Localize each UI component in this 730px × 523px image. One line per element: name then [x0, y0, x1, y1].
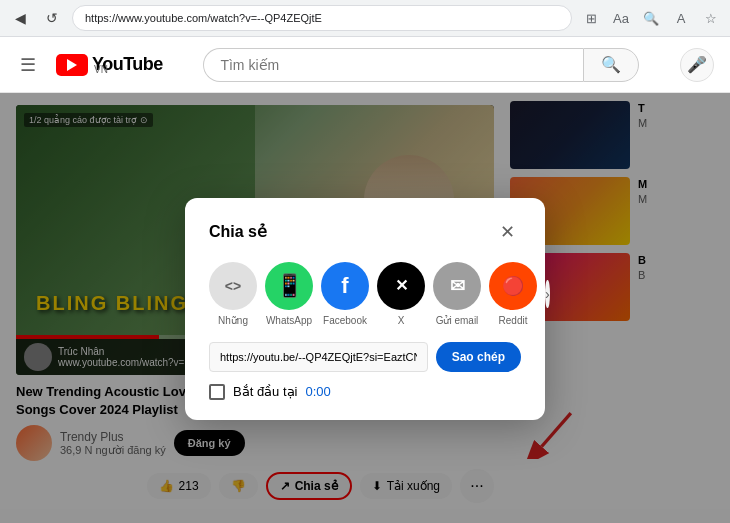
browser-icons: ⊞ Aa 🔍 A ☆: [580, 7, 722, 29]
others-label: Những: [218, 315, 248, 326]
share-whatsapp-button[interactable]: 📱 WhatsApp: [265, 262, 313, 326]
share-link-input[interactable]: [209, 342, 428, 372]
browser-reload-button[interactable]: ↺: [40, 6, 64, 30]
zoom-button[interactable]: 🔍: [640, 7, 662, 29]
aa-button[interactable]: Aa: [610, 7, 632, 29]
email-icon: ✉: [433, 262, 481, 310]
start-at-row: Bắt đầu tại 0:00: [209, 384, 521, 400]
share-icons-row: <> Những 📱 WhatsApp f Facebook ✕ X ✉: [209, 262, 521, 326]
main-content: BLING BLING Trúc Nhân www.youtube.com/wa…: [0, 93, 730, 523]
whatsapp-label: WhatsApp: [266, 315, 312, 326]
start-at-label: Bắt đầu tại: [233, 384, 297, 399]
search-button[interactable]: 🔍: [583, 48, 639, 82]
facebook-label: Facebook: [323, 315, 367, 326]
others-icon: <>: [209, 262, 257, 310]
share-modal: Chia sẻ ✕ <> Những 📱 WhatsApp f Facebook…: [185, 198, 545, 420]
share-modal-overlay[interactable]: Chia sẻ ✕ <> Những 📱 WhatsApp f Facebook…: [0, 93, 730, 523]
hamburger-menu-button[interactable]: ☰: [16, 50, 40, 80]
address-bar[interactable]: https://www.youtube.com/watch?v=--QP4ZEQ…: [72, 5, 572, 31]
facebook-icon: f: [321, 262, 369, 310]
modal-title: Chia sẻ: [209, 222, 267, 241]
url-text: https://www.youtube.com/watch?v=--QP4ZEQ…: [85, 12, 322, 24]
email-label: Gửi email: [436, 315, 479, 326]
share-reddit-button[interactable]: 🔴 Reddit: [489, 262, 537, 326]
youtube-logo-icon: [56, 54, 88, 76]
share-x-button[interactable]: ✕ X: [377, 262, 425, 326]
reddit-label: Reddit: [499, 315, 528, 326]
youtube-header: ☰ YouTube VN 🔍 🎤: [0, 37, 730, 93]
copy-link-button[interactable]: Sao chép: [436, 342, 521, 372]
search-input[interactable]: [203, 48, 583, 82]
share-facebook-button[interactable]: f Facebook: [321, 262, 369, 326]
start-time[interactable]: 0:00: [305, 384, 330, 399]
share-others-button[interactable]: <> Những: [209, 262, 257, 326]
font-button[interactable]: A: [670, 7, 692, 29]
x-icon: ✕: [377, 262, 425, 310]
youtube-logo-region: VN: [94, 65, 163, 75]
bookmark-button[interactable]: ☆: [700, 7, 722, 29]
start-at-checkbox[interactable]: [209, 384, 225, 400]
mic-button[interactable]: 🎤: [680, 48, 714, 82]
whatsapp-icon: 📱: [265, 262, 313, 310]
extensions-button[interactable]: ⊞: [580, 7, 602, 29]
browser-back-button[interactable]: ◀: [8, 6, 32, 30]
share-more-button[interactable]: ›: [545, 280, 550, 308]
share-email-button[interactable]: ✉ Gửi email: [433, 262, 481, 326]
modal-header: Chia sẻ ✕: [209, 218, 521, 246]
reddit-icon: 🔴: [489, 262, 537, 310]
search-bar: 🔍: [179, 48, 664, 82]
browser-chrome: ◀ ↺ https://www.youtube.com/watch?v=--QP…: [0, 0, 730, 37]
youtube-logo[interactable]: YouTube VN: [56, 54, 163, 76]
x-label: X: [398, 315, 405, 326]
share-link-row: Sao chép: [209, 342, 521, 372]
chevron-right-icon: ›: [545, 286, 550, 302]
modal-close-button[interactable]: ✕: [493, 218, 521, 246]
header-right: 🎤: [680, 48, 714, 82]
